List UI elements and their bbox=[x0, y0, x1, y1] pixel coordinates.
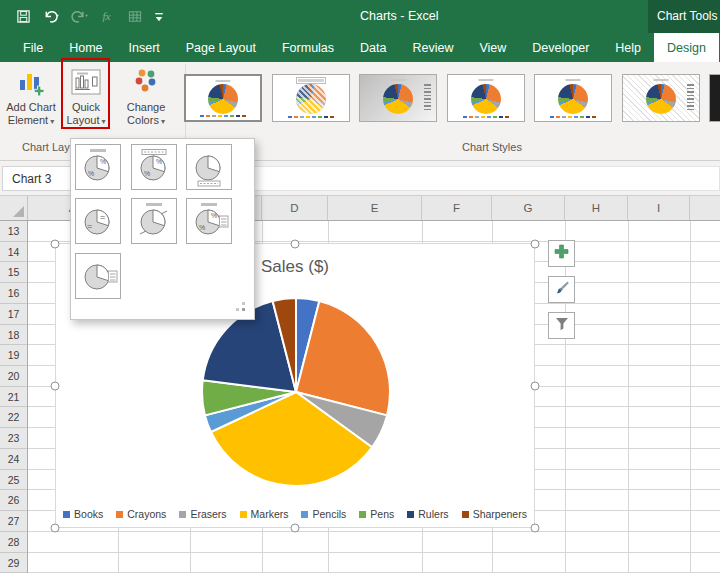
quick-access-toolbar: fx bbox=[16, 5, 164, 27]
tab-design[interactable]: Design bbox=[654, 33, 719, 62]
row-headers: 131415161718192021222324252627282930 bbox=[0, 221, 28, 573]
legend-item-crayons[interactable]: Crayons bbox=[116, 508, 166, 520]
legend-item-markers[interactable]: Markers bbox=[240, 508, 289, 520]
quick-layout-option-4[interactable]: == bbox=[75, 198, 121, 244]
tab-insert[interactable]: Insert bbox=[116, 33, 173, 62]
column-header-h[interactable]: H bbox=[565, 196, 628, 220]
tab-review[interactable]: Review bbox=[399, 33, 466, 62]
chart-style-1[interactable] bbox=[184, 74, 262, 122]
chart-style-5[interactable] bbox=[534, 74, 612, 122]
save-icon[interactable] bbox=[16, 9, 31, 24]
row-header-17[interactable]: 17 bbox=[0, 304, 27, 325]
tab-data[interactable]: Data bbox=[347, 33, 399, 62]
pie-plot[interactable] bbox=[200, 296, 392, 488]
legend-swatch bbox=[63, 511, 70, 518]
chart-style-2[interactable] bbox=[272, 74, 350, 122]
row-header-26[interactable]: 26 bbox=[0, 490, 27, 511]
selection-handle[interactable] bbox=[51, 524, 60, 533]
chart-filters-button[interactable] bbox=[548, 312, 575, 339]
row-header-27[interactable]: 27 bbox=[0, 511, 27, 532]
row-header-16[interactable]: 16 bbox=[0, 283, 27, 304]
tab-developer[interactable]: Developer bbox=[519, 33, 602, 62]
chart-elements-button[interactable] bbox=[548, 240, 575, 267]
legend-item-sharpeners[interactable]: Sharpeners bbox=[462, 508, 527, 520]
row-header-14[interactable]: 14 bbox=[0, 242, 27, 263]
selection-handle[interactable] bbox=[51, 381, 60, 390]
legend-label: Markers bbox=[251, 508, 289, 520]
legend-label: Pencils bbox=[312, 508, 346, 520]
column-header-i[interactable]: I bbox=[628, 196, 690, 220]
quick-layout-label-2: Layout▾ bbox=[66, 114, 105, 128]
svg-text:%: % bbox=[88, 170, 94, 177]
row-header-18[interactable]: 18 bbox=[0, 325, 27, 346]
legend-item-pencils[interactable]: Pencils bbox=[301, 508, 346, 520]
quick-layout-option-1[interactable]: %% bbox=[75, 144, 121, 190]
quick-layout-button[interactable]: Quick Layout▾ bbox=[64, 65, 108, 128]
change-colors-label-1: Change bbox=[127, 101, 166, 114]
selection-handle[interactable] bbox=[51, 239, 60, 248]
row-header-21[interactable]: 21 bbox=[0, 387, 27, 408]
change-colors-icon bbox=[131, 65, 161, 99]
change-colors-button[interactable]: Change Colors▾ bbox=[113, 65, 179, 128]
selection-handle[interactable] bbox=[291, 524, 300, 533]
legend-label: Books bbox=[74, 508, 103, 520]
row-header-29[interactable]: 29 bbox=[0, 553, 27, 573]
customize-qat-icon[interactable] bbox=[154, 9, 164, 24]
row-header-13[interactable]: 13 bbox=[0, 221, 27, 242]
menu-resize-handle-icon[interactable] bbox=[242, 308, 245, 311]
column-header-e[interactable]: E bbox=[328, 196, 422, 220]
legend-item-books[interactable]: Books bbox=[63, 508, 103, 520]
plus-icon bbox=[554, 244, 569, 263]
row-header-25[interactable]: 25 bbox=[0, 470, 27, 491]
chart-legend[interactable]: BooksCrayonsErasersMarkersPencilsPensRul… bbox=[56, 508, 534, 520]
row-header-22[interactable]: 22 bbox=[0, 407, 27, 428]
row-header-20[interactable]: 20 bbox=[0, 366, 27, 387]
quick-layout-option-5[interactable] bbox=[131, 198, 177, 244]
chart-style-3[interactable] bbox=[359, 74, 437, 122]
legend-item-rulers[interactable]: Rulers bbox=[407, 508, 448, 520]
quick-layout-option-2[interactable]: %% bbox=[131, 144, 177, 190]
row-header-15[interactable]: 15 bbox=[0, 262, 27, 283]
row-header-24[interactable]: 24 bbox=[0, 449, 27, 470]
column-header-d[interactable]: D bbox=[262, 196, 328, 220]
tab-view[interactable]: View bbox=[466, 33, 519, 62]
redo-icon bbox=[71, 9, 89, 24]
legend-item-erasers[interactable]: Erasers bbox=[179, 508, 226, 520]
tab-help[interactable]: Help bbox=[602, 33, 654, 62]
quick-layout-option-3[interactable] bbox=[186, 144, 232, 190]
tab-page-layout[interactable]: Page Layout bbox=[173, 33, 269, 62]
chart-styles-button[interactable] bbox=[548, 276, 575, 303]
column-header-f[interactable]: F bbox=[422, 196, 492, 220]
chart-style-4[interactable] bbox=[447, 74, 525, 122]
row-header-19[interactable]: 19 bbox=[0, 345, 27, 366]
svg-text:%: % bbox=[199, 224, 205, 231]
legend-swatch bbox=[407, 511, 414, 518]
quick-layout-option-6[interactable]: %% bbox=[186, 198, 232, 244]
dropdown-arrow-icon: ▾ bbox=[161, 117, 165, 126]
table-icon bbox=[127, 9, 143, 24]
row-header-28[interactable]: 28 bbox=[0, 532, 27, 553]
column-header-g[interactable]: G bbox=[492, 196, 565, 220]
quick-layout-option-7[interactable] bbox=[75, 253, 121, 299]
legend-label: Sharpeners bbox=[473, 508, 527, 520]
selection-handle[interactable] bbox=[531, 239, 540, 248]
add-chart-element-button[interactable]: Add Chart Element▾ bbox=[2, 65, 60, 128]
tab-formulas[interactable]: Formulas bbox=[269, 33, 347, 62]
legend-swatch bbox=[240, 511, 247, 518]
group-label-chart-styles: Chart Styles bbox=[462, 141, 522, 153]
chart-style-7[interactable] bbox=[709, 74, 720, 122]
selection-handle[interactable] bbox=[291, 239, 300, 248]
row-header-23[interactable]: 23 bbox=[0, 428, 27, 449]
undo-icon[interactable] bbox=[42, 9, 60, 24]
selection-handle[interactable] bbox=[531, 524, 540, 533]
tab-home[interactable]: Home bbox=[56, 33, 115, 62]
svg-text:=: = bbox=[87, 221, 92, 231]
chart-style-6[interactable] bbox=[622, 74, 700, 122]
select-all-button[interactable] bbox=[0, 196, 28, 220]
selection-handle[interactable] bbox=[531, 381, 540, 390]
tab-file[interactable]: File bbox=[10, 33, 56, 62]
add-chart-element-label-1: Add Chart bbox=[6, 101, 56, 114]
svg-text:%: % bbox=[156, 158, 162, 165]
legend-item-pens[interactable]: Pens bbox=[359, 508, 394, 520]
name-box[interactable]: Chart 3 bbox=[2, 166, 74, 191]
